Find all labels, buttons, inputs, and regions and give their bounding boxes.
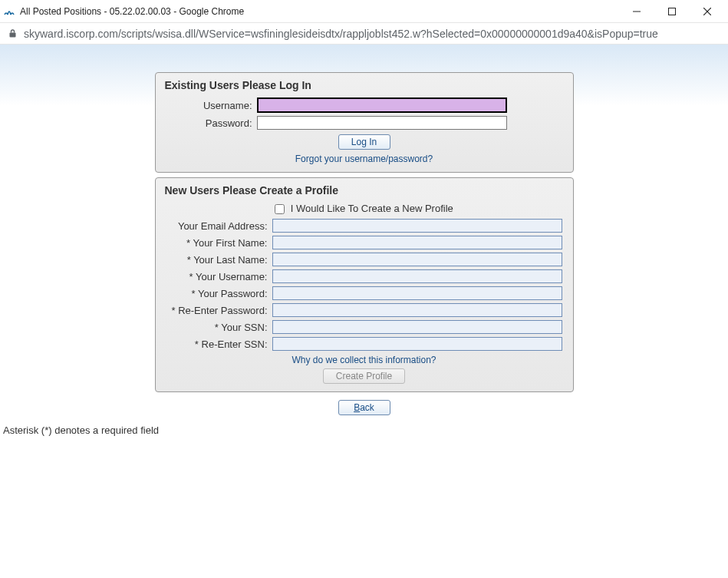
login-heading: Existing Users Please Log In — [165, 79, 564, 91]
email-label: Your Email Address: — [165, 220, 272, 232]
ssn-input[interactable] — [272, 320, 562, 334]
maximize-button[interactable] — [654, 0, 690, 23]
reenter-password-label: * Re-Enter Password: — [165, 305, 272, 316]
create-profile-checkbox[interactable] — [275, 204, 285, 214]
profile-username-label: * Your Username: — [165, 271, 272, 282]
username-input[interactable] — [257, 97, 507, 113]
ssn-label: * Your SSN: — [165, 322, 272, 333]
email-input[interactable] — [272, 219, 562, 233]
app-icon — [3, 5, 15, 18]
create-profile-button[interactable]: Create Profile — [323, 368, 405, 384]
why-collect-link[interactable]: Why do we collect this information? — [292, 355, 436, 365]
svg-rect-4 — [10, 33, 16, 38]
svg-rect-1 — [669, 8, 676, 15]
password-label: Password: — [165, 117, 257, 129]
profile-password-label: * Your Password: — [165, 288, 272, 299]
reenter-ssn-label: * Re-Enter SSN: — [165, 339, 272, 350]
lastname-input[interactable] — [272, 253, 562, 266]
reenter-ssn-input[interactable] — [272, 337, 562, 351]
login-panel: Existing Users Please Log In Username: P… — [155, 72, 574, 173]
password-input[interactable] — [257, 116, 507, 130]
username-label: Username: — [165, 100, 257, 111]
forgot-link[interactable]: Forgot your username/password? — [295, 154, 433, 164]
create-profile-panel: New Users Please Create a Profile I Woul… — [155, 177, 574, 392]
back-button[interactable]: Back — [338, 400, 390, 415]
minimize-button[interactable] — [619, 0, 654, 23]
firstname-input[interactable] — [272, 236, 562, 249]
window-titlebar: All Posted Positions - 05.22.02.00.03 - … — [0, 0, 728, 23]
firstname-label: * Your First Name: — [165, 237, 272, 249]
lastname-label: * Your Last Name: — [165, 254, 272, 266]
address-url: skyward.iscorp.com/scripts/wsisa.dll/WSe… — [24, 28, 658, 40]
create-profile-checkbox-label: I Would Like To Create a New Profile — [291, 203, 453, 214]
address-bar[interactable]: skyward.iscorp.com/scripts/wsisa.dll/WSe… — [0, 23, 728, 45]
window-title: All Posted Positions - 05.22.02.00.03 - … — [20, 6, 619, 17]
profile-password-input[interactable] — [272, 286, 562, 300]
login-button[interactable]: Log In — [338, 134, 390, 150]
required-footnote: Asterisk (*) denotes a required field — [0, 424, 728, 436]
page-background: Existing Users Please Log In Username: P… — [0, 45, 728, 578]
reenter-password-input[interactable] — [272, 303, 562, 317]
lock-icon — [8, 28, 18, 38]
close-button[interactable] — [690, 0, 725, 23]
profile-username-input[interactable] — [272, 269, 562, 283]
profile-heading: New Users Please Create a Profile — [165, 184, 564, 197]
